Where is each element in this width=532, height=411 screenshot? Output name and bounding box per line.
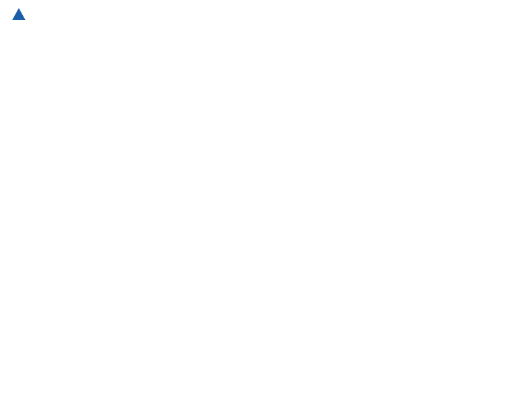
logo-triangle-icon (12, 8, 26, 20)
logo (11, 11, 26, 20)
page-header (11, 11, 521, 20)
